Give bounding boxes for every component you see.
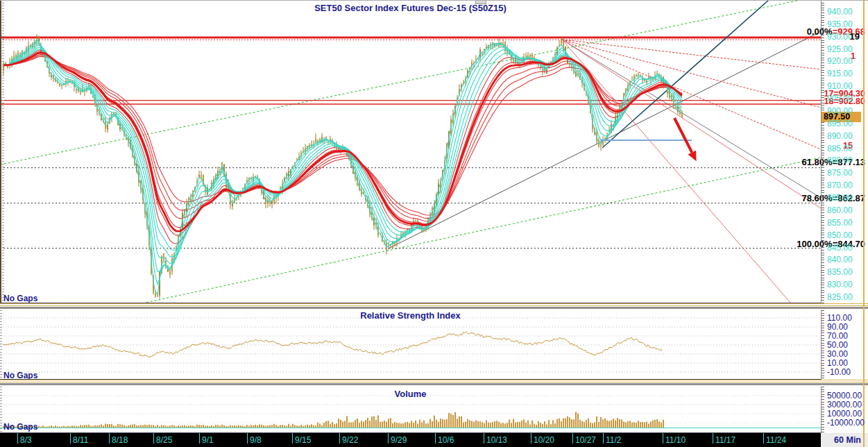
rsi-axis-ticks xyxy=(821,310,826,380)
left-window-edge xyxy=(0,0,1,303)
date-label: 8/18 xyxy=(112,435,128,445)
price-axis-label: 900.00 xyxy=(827,106,853,116)
price-axis-label: 855.00 xyxy=(827,218,853,228)
date-tick xyxy=(663,433,663,444)
price-axis-label: 850.00 xyxy=(827,230,853,240)
rsi-axis-label: 70.00 xyxy=(827,331,848,341)
rsi-axis-label: 30.00 xyxy=(827,349,848,359)
date-label: 9/29 xyxy=(391,435,407,445)
volume-axis-ticks xyxy=(821,387,826,433)
date-tick xyxy=(603,433,604,444)
date-tick xyxy=(435,433,436,444)
date-label: 8/11 xyxy=(73,435,88,445)
price-axis-label: 910.00 xyxy=(827,81,853,91)
price-axis-label: 925.00 xyxy=(827,44,853,54)
rsi-left-ticks xyxy=(0,310,2,380)
panel-splitter-2[interactable] xyxy=(0,380,868,387)
rsi-axis-label: -10.00 xyxy=(827,367,851,377)
date-label: 8/25 xyxy=(156,435,172,445)
price-axis-label: 930.00 xyxy=(827,32,853,42)
panel-splitter-1[interactable] xyxy=(0,303,868,310)
date-label: 9/1 xyxy=(202,435,214,445)
price-axis-label: 895.00 xyxy=(827,119,853,128)
price-axis-label: 860.00 xyxy=(827,205,853,215)
price-axis-label: 870.00 xyxy=(827,180,853,190)
date-tick xyxy=(17,433,18,444)
window-border-top xyxy=(0,0,868,1)
volume-axis-label: 10000.00 xyxy=(827,409,862,419)
rsi-title: Relative Strength Index xyxy=(0,310,821,321)
volume-no-gaps-label: No Gaps xyxy=(3,422,37,432)
date-label: 9/22 xyxy=(342,435,358,445)
main-no-gaps-label: No Gaps xyxy=(3,294,37,303)
date-label: 10/20 xyxy=(534,435,554,445)
date-tick xyxy=(531,433,531,444)
price-axis-label: 865.00 xyxy=(827,193,853,203)
price-axis-label: 890.00 xyxy=(827,131,853,141)
date-tick xyxy=(153,433,154,444)
date-label: 11/24 xyxy=(766,435,786,445)
price-axis-label: 920.00 xyxy=(827,56,853,66)
date-tick xyxy=(388,433,389,444)
rsi-chart-canvas[interactable] xyxy=(0,310,821,380)
price-axis-label: 875.00 xyxy=(827,168,853,178)
date-tick xyxy=(484,433,484,444)
label-19: 19 xyxy=(850,31,860,42)
date-tick xyxy=(199,433,200,444)
volume-axis-label: -10000.00 xyxy=(827,418,865,428)
volume-axis-label: 50000.00 xyxy=(827,391,862,400)
date-tick xyxy=(763,433,764,444)
price-axis-label: 915.00 xyxy=(827,69,853,78)
main-left-ticks xyxy=(2,0,4,303)
price-axis-label: 845.00 xyxy=(827,243,853,253)
rsi-axis-label: 10.00 xyxy=(827,358,848,368)
main-price-axis-ticks xyxy=(821,0,826,303)
chart-application-window: SET50 Sector Index Futures Dec-15 (S50Z1… xyxy=(0,0,868,447)
rsi-axis-label: 110.00 xyxy=(827,313,852,323)
date-label: 11/10 xyxy=(665,435,686,445)
date-label: 8/3 xyxy=(20,435,32,445)
volume-title: Volume xyxy=(0,389,821,399)
window-border-right xyxy=(863,0,865,447)
date-tick xyxy=(109,433,110,444)
date-label: 9/15 xyxy=(295,435,311,445)
rsi-axis-label: 90.00 xyxy=(827,322,848,332)
date-axis[interactable]: 8/38/118/188/259/19/89/159/229/2910/610/… xyxy=(0,433,821,447)
volume-left-ticks xyxy=(0,387,2,433)
price-axis-label: 905.00 xyxy=(827,94,853,103)
price-axis-label: 825.00 xyxy=(827,292,853,302)
timeframe-label: 60 Min xyxy=(834,435,861,445)
price-axis-label: 840.00 xyxy=(827,255,853,264)
date-tick xyxy=(247,433,248,444)
date-label: 10/27 xyxy=(575,435,596,445)
main-chart-title: SET50 Sector Index Futures Dec-15 (S50Z1… xyxy=(0,3,821,13)
price-axis-label: 835.00 xyxy=(827,267,853,277)
date-tick xyxy=(713,433,713,444)
date-label: 9/8 xyxy=(250,435,262,445)
date-tick xyxy=(572,433,573,444)
price-axis-label: 940.00 xyxy=(827,7,853,17)
main-price-chart-canvas[interactable] xyxy=(0,0,821,303)
timeframe-box: 60 Min xyxy=(821,433,868,447)
price-axis-label: 880.00 xyxy=(827,155,853,165)
date-tick xyxy=(292,433,293,444)
date-tick xyxy=(339,433,340,444)
price-axis-label: 885.00 xyxy=(827,144,853,153)
date-label: 10/13 xyxy=(486,435,507,445)
date-label: 10/6 xyxy=(438,435,454,445)
date-tick xyxy=(70,433,71,444)
date-label: 11/2 xyxy=(606,435,621,445)
price-axis-label: 830.00 xyxy=(827,280,853,289)
price-axis-label: 935.00 xyxy=(827,19,853,29)
volume-axis-label: 30000.00 xyxy=(827,400,862,410)
date-label: 11/17 xyxy=(715,435,735,445)
rsi-axis-label: 50.00 xyxy=(827,340,848,350)
